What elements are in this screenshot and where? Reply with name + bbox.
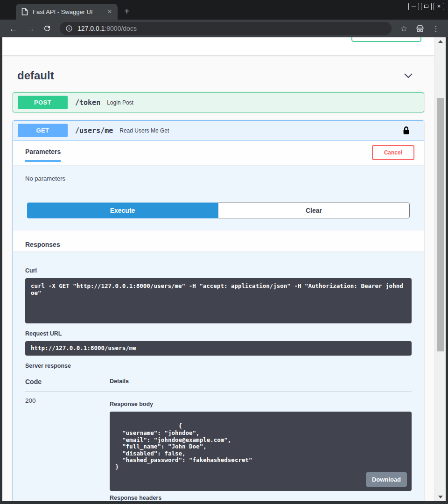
info-icon[interactable]	[65, 25, 73, 32]
back-icon[interactable]: ←	[5, 24, 22, 33]
scrollbar-down-arrow[interactable]	[435, 494, 446, 500]
tab-title: Fast API - Swagger UI	[33, 8, 105, 15]
api-container: default POST /token Login Post	[2, 69, 434, 501]
page-viewport: default POST /token Login Post	[2, 37, 446, 501]
response-body-block: { "username": "johndoe", "email": "johnd…	[110, 412, 412, 491]
document-icon	[21, 8, 28, 15]
tab-close-icon[interactable]: ✕	[105, 7, 114, 16]
url-host: 127.0.0.1	[77, 25, 105, 32]
minimize-button[interactable]: —	[408, 3, 419, 10]
forward-icon[interactable]: →	[22, 24, 39, 33]
responses-inner: Curl curl -X GET "http://127.0.0.1:8000/…	[13, 252, 424, 501]
section-title: default	[17, 69, 54, 82]
authorize-button[interactable]	[351, 37, 421, 42]
titlebar: Fast API - Swagger UI ✕ + — ✕	[0, 0, 448, 20]
address-bar[interactable]: 127.0.0.1:8000/docs	[60, 22, 392, 35]
scrollbar-thumb[interactable]	[437, 98, 444, 351]
code-column-header: Code	[25, 378, 110, 385]
close-button[interactable]: ✕	[434, 3, 444, 10]
get-method-badge: GET	[18, 124, 68, 137]
opblock-summary-get[interactable]: GET /users/me Read Users Me Get	[13, 121, 424, 140]
chevron-down-icon[interactable]	[404, 73, 413, 78]
execute-button[interactable]: Execute	[27, 203, 218, 218]
opblock-post-token: POST /token Login Post	[13, 92, 424, 112]
opblock-summary-post[interactable]: POST /token Login Post	[13, 93, 424, 112]
menu-dots-icon[interactable]: ⋮	[428, 24, 443, 33]
clear-button[interactable]: Clear	[218, 203, 410, 218]
response-headers-label: Response headers	[110, 495, 412, 501]
scheme-container	[2, 37, 434, 55]
cancel-button[interactable]: Cancel	[372, 145, 414, 160]
swagger-page: default POST /token Login Post	[2, 37, 434, 501]
triangle-up-icon	[438, 40, 443, 43]
response-table-header: Code Details	[25, 378, 412, 392]
post-path: /token	[75, 98, 100, 107]
download-button[interactable]: Download	[366, 472, 407, 487]
scrollbar-up-arrow[interactable]	[435, 38, 446, 45]
curl-label: Curl	[25, 267, 412, 274]
request-url-label: Request URL	[25, 330, 412, 337]
response-body-label: Response body	[110, 401, 412, 407]
status-code: 200	[25, 397, 110, 501]
toolbar-right: ☆ ⋮	[396, 24, 443, 34]
scrollbar[interactable]	[434, 37, 446, 501]
triangle-down-icon	[438, 496, 443, 498]
parameters-header: Parameters Cancel	[13, 140, 424, 165]
maximize-button[interactable]	[421, 3, 432, 10]
browser-toolbar: ← → 127.0.0.1:8000/docs ☆ ⋮	[0, 20, 448, 37]
new-tab-button[interactable]: +	[124, 6, 130, 17]
opblock-get-users-me: GET /users/me Read Users Me Get Paramete…	[13, 120, 424, 501]
curl-command: curl -X GET "http://127.0.0.1:8000/users…	[25, 278, 412, 323]
response-row-200: 200 Response body { "username": "johndoe…	[25, 397, 412, 501]
post-summary: Login Post	[107, 99, 419, 106]
tab-parameters[interactable]: Parameters	[25, 148, 61, 162]
browser-tab[interactable]: Fast API - Swagger UI ✕	[16, 4, 118, 20]
request-url-value: http://127.0.0.1:8000/users/me	[25, 341, 412, 356]
get-summary: Read Users Me Get	[119, 127, 403, 134]
bookmark-star-icon[interactable]: ☆	[396, 24, 412, 34]
url-path: :8000/docs	[105, 25, 137, 32]
details-column-header: Details	[110, 378, 129, 385]
post-method-badge: POST	[18, 96, 68, 109]
responses-title: Responses	[25, 241, 60, 248]
window-controls: — ✕	[408, 3, 444, 10]
server-response-label: Server response	[25, 363, 412, 369]
maximize-icon	[424, 5, 428, 8]
tag-section-header[interactable]: default	[13, 69, 424, 88]
lock-icon[interactable]	[403, 126, 410, 135]
url-text: 127.0.0.1:8000/docs	[77, 25, 137, 32]
get-path: /users/me	[75, 126, 113, 135]
response-body-json: { "username": "johndoe", "email": "johnd…	[115, 422, 252, 470]
incognito-icon[interactable]	[412, 24, 428, 33]
browser-window: Fast API - Swagger UI ✕ + — ✕ ← → 127.0.…	[0, 0, 448, 504]
reload-icon[interactable]	[39, 24, 55, 33]
no-parameters-text: No parameters	[13, 165, 424, 193]
response-details: Response body { "username": "johndoe", "…	[110, 397, 412, 501]
execute-wrapper: Execute Clear	[13, 193, 424, 231]
responses-section-header: Responses	[13, 231, 424, 252]
